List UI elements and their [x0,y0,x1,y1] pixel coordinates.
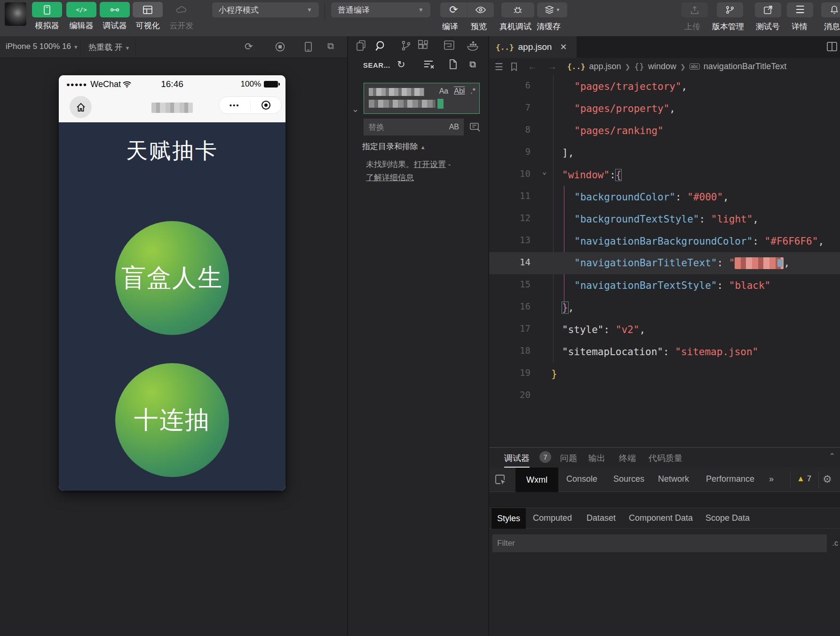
replace-input[interactable]: 替换 AB [364,119,464,135]
open-settings-link[interactable]: 打开设置 [414,160,446,169]
compile-mode-dropdown[interactable]: 普通编译 ▼ [331,2,430,17]
gutter[interactable]: 18 [489,341,550,363]
device-debug-button[interactable] [501,2,534,17]
code-line-16[interactable]: 16}, [489,296,840,318]
gutter[interactable]: 13 [489,230,550,252]
hot-reload-dropdown[interactable]: 热重载 开 ▼ [88,42,130,53]
more-button[interactable]: ••• [219,101,250,109]
nav-back-icon[interactable]: ← [528,61,537,72]
preserve-case-icon[interactable]: AB [449,123,459,131]
refresh-results-icon[interactable]: ↻ [397,59,405,70]
gutter[interactable]: 15 [489,274,550,296]
tab-problems[interactable]: 问题 [560,453,577,464]
tab-terminal[interactable]: 终端 [619,453,636,464]
gutter[interactable]: 11 [489,186,550,208]
code-line-11[interactable]: 11"backgroundColor": "#000", [489,186,840,208]
home-button[interactable] [70,96,92,118]
tab-styles[interactable]: Styles [491,508,526,529]
messages-button[interactable] [821,2,840,17]
gutter[interactable]: 7 [489,97,550,119]
code-line-9[interactable]: 9], [489,142,840,164]
regex-icon[interactable]: .* [470,87,475,95]
inspect-element-icon[interactable] [495,474,507,486]
compile-button[interactable]: ⟳ [440,2,467,17]
code-line-12[interactable]: 12"backgroundTextStyle": "light", [489,208,840,230]
tab-debugger[interactable]: 调试器 [504,453,530,468]
code-line-8[interactable]: 8"pages/ranking" [489,119,840,142]
exit-button[interactable] [251,101,282,110]
upload-button[interactable] [682,2,708,17]
editor-toggle-button[interactable]: </> 编辑器 [66,2,96,31]
warning-counter[interactable]: ▲7 [797,474,811,484]
devtools-tab-performance[interactable]: Performance [706,474,754,484]
simulator-toggle-button[interactable]: 模拟器 [32,2,62,31]
gutter[interactable]: 17 [489,318,550,341]
stop-icon[interactable] [275,42,285,52]
devtools-tab-wxml[interactable]: Wxml [515,468,558,492]
search-icon[interactable] [375,40,387,52]
details-button[interactable]: ☰ [787,2,813,17]
gutter[interactable]: 14 [489,252,550,274]
code-line-13[interactable]: 13"navigationBarBackgroundColor": "#F6F6… [489,230,840,252]
tab-dataset[interactable]: Dataset [586,513,616,523]
breadcrumb-object[interactable]: window [648,62,676,72]
cls-toggle[interactable]: .c [832,539,838,548]
docker-icon[interactable] [467,40,480,51]
blindbox-life-button[interactable]: 盲盒人生 [115,221,229,335]
gear-icon[interactable]: ⚙ [823,473,832,485]
outline-icon[interactable]: ☰ [495,61,503,72]
search-input[interactable]: Aa Abl .* [364,83,480,114]
whole-word-icon[interactable]: Abl [454,87,465,95]
tab-scope-data[interactable]: Scope Data [705,513,750,523]
code-line-14[interactable]: 14"navigationBarTitleText": ", [489,252,840,274]
close-icon[interactable]: ✕ [560,42,567,52]
tab-app-json[interactable]: {..} app.json ✕ [489,36,577,58]
learn-more-link[interactable]: 了解详细信息 [366,173,414,182]
match-case-icon[interactable]: Aa [439,87,449,95]
gutter[interactable]: 6 [489,75,550,97]
tab-computed[interactable]: Computed [533,513,572,523]
devtools-tab-network[interactable]: Network [658,474,689,484]
test-account-button[interactable] [755,2,781,17]
visualization-button[interactable]: 可视化 [133,2,163,31]
bookmark-icon[interactable] [511,63,517,71]
devtools-tab-sources[interactable]: Sources [613,474,644,484]
code-line-10[interactable]: 10⌄"window":{ [489,164,840,186]
clear-cache-button[interactable]: ▼ [537,2,567,17]
tab-output[interactable]: 输出 [588,453,605,464]
open-search-editor-icon[interactable] [448,59,458,70]
mode-dropdown[interactable]: 小程序模式 ▼ [212,2,319,17]
gutter[interactable]: 12 [489,208,550,230]
fold-icon[interactable]: ⌄ [542,167,547,176]
dir-exclude-toggle[interactable]: 指定目录和排除 ▲ [362,141,426,152]
ten-draw-button[interactable]: 十连抽 [115,363,229,477]
replace-all-icon[interactable] [469,120,481,133]
device-dropdown[interactable]: iPhone 5 100% 16 ▼ [6,42,79,51]
code-line-15[interactable]: 15"navigationBarTextStyle": "black" [489,274,840,296]
collapse-panel-icon[interactable]: ⌃ [829,452,835,461]
editor-layout-icon[interactable] [444,40,455,50]
more-tabs-icon[interactable]: » [769,474,774,484]
gutter[interactable]: 9 [489,142,550,164]
expand-search-icon[interactable]: ⧉ [469,59,476,70]
chevron-down-icon[interactable]: ⌄ [352,104,359,114]
code-line-7[interactable]: 7"pages/property", [489,97,840,119]
user-avatar[interactable] [5,2,26,26]
breadcrumb-file[interactable]: app.json [589,62,621,72]
split-editor-icon[interactable] [827,42,837,51]
code-line-6[interactable]: 6"pages/trajectory", [489,75,840,97]
devtools-tab-console[interactable]: Console [566,474,597,484]
source-control-icon[interactable] [401,40,411,51]
cloud-dev-button[interactable]: 云开发 [166,2,197,31]
tab-code-quality[interactable]: 代码质量 [649,453,682,464]
gutter[interactable]: 16 [489,296,550,318]
code-line-18[interactable]: 18"sitemapLocation": "sitemap.json" [489,341,840,363]
code-line-19[interactable]: 19} [489,363,840,385]
filter-input[interactable]: Filter [492,534,827,552]
preview-button[interactable] [467,2,494,17]
gutter[interactable]: 19 [489,363,550,385]
extensions-icon[interactable] [418,40,429,51]
version-mgmt-button[interactable] [717,2,743,17]
code-area[interactable]: 6"pages/trajectory",7"pages/property",8"… [489,75,840,447]
clear-results-icon[interactable] [423,60,435,69]
